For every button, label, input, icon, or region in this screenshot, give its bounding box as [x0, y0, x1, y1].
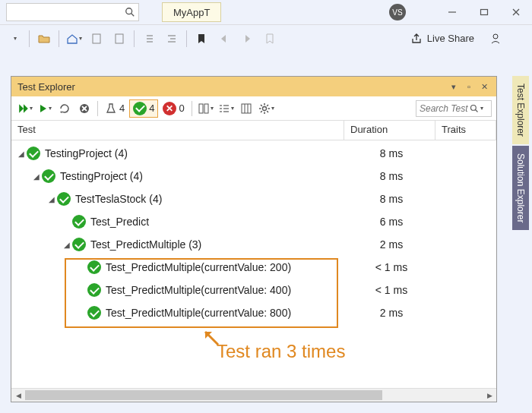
settings-button[interactable]: ▾ — [257, 99, 276, 118]
panel-pin-icon[interactable]: ▫ — [463, 80, 475, 93]
test-duration: 6 ms — [346, 216, 437, 228]
test-row[interactable]: Test_PredictMultiple(currentValue: 800)2… — [11, 301, 496, 324]
test-duration: < 1 ms — [346, 261, 437, 273]
test-row[interactable]: Test_PredictMultiple(currentValue: 400)<… — [11, 279, 496, 301]
share-icon — [410, 33, 423, 45]
svg-point-38 — [471, 105, 477, 110]
header-duration[interactable]: Duration — [344, 121, 435, 140]
svg-line-36 — [267, 105, 268, 106]
cancel-button[interactable] — [75, 99, 93, 118]
columns-button[interactable] — [237, 99, 255, 118]
test-explorer-panel: Test Explorer ▾ ▫ ✕ ▾ ▾ 4 4 ✕ 0 ▾ ▾ ▾ — [11, 76, 497, 402]
close-button[interactable] — [500, 2, 532, 23]
maximize-button[interactable] — [468, 2, 500, 23]
test-tree[interactable]: ◢TestingProject (4)8 ms◢TestingProject (… — [11, 140, 496, 388]
side-tabs: Test Explorer Solution Explorer — [512, 76, 532, 232]
test-name: TestingProject (4) — [42, 169, 346, 183]
fail-icon: ✕ — [163, 102, 176, 115]
expand-arrow-icon[interactable]: ◢ — [46, 195, 57, 203]
person-icon[interactable] — [482, 29, 509, 49]
separator — [97, 101, 98, 116]
svg-rect-7 — [116, 34, 123, 43]
indent-icon[interactable] — [162, 29, 182, 49]
expand-arrow-icon[interactable]: ◢ — [16, 150, 27, 158]
annotation-arrow-icon — [201, 328, 224, 351]
search-icon — [125, 7, 135, 17]
pass-icon — [87, 260, 101, 274]
svg-rect-3 — [481, 10, 488, 15]
test-row[interactable]: ◢Test_PredictMultiple (3)2 ms — [11, 233, 496, 256]
run-all-button[interactable]: ▾ — [16, 99, 34, 118]
pass-icon — [72, 215, 86, 229]
doc2-icon[interactable] — [109, 29, 129, 49]
chevron-down-icon: ▾ — [480, 105, 483, 112]
test-duration: 8 ms — [346, 147, 437, 159]
test-duration: 8 ms — [346, 170, 437, 182]
expand-arrow-icon[interactable]: ◢ — [31, 172, 42, 181]
test-duration: 2 ms — [346, 307, 437, 319]
svg-point-0 — [126, 8, 132, 14]
test-row[interactable]: ◢TestingProject (4)8 ms — [11, 165, 496, 188]
failed-tests-count[interactable]: ✕ 0 — [160, 99, 187, 118]
svg-rect-26 — [242, 104, 251, 113]
test-row[interactable]: ◢TestTeslaStock (4)8 ms — [11, 188, 496, 210]
separator — [186, 30, 187, 47]
run-button[interactable]: ▾ — [36, 99, 54, 118]
pass-icon — [133, 102, 147, 115]
test-row[interactable]: ◢TestingProject (4)8 ms — [11, 142, 496, 165]
title-bar: MyAppT VS — [0, 0, 532, 24]
separator — [29, 30, 30, 47]
svg-line-1 — [131, 14, 135, 17]
outdent-icon[interactable] — [139, 29, 159, 49]
expand-arrow-icon[interactable]: ◢ — [62, 241, 72, 249]
test-row[interactable]: Test_Predict6 ms — [11, 210, 496, 233]
test-name: Test_Predict — [72, 215, 346, 229]
avatar[interactable]: VS — [389, 4, 406, 20]
svg-line-34 — [261, 105, 262, 106]
bookmark-add-icon[interactable] — [260, 29, 280, 49]
panel-title: Test Explorer — [17, 81, 75, 93]
open-folder-icon[interactable] — [34, 29, 54, 49]
global-search-input[interactable] — [6, 3, 139, 21]
annotation-text: Test ran 3 times — [217, 341, 345, 362]
scroll-thumb[interactable] — [25, 390, 382, 400]
svg-point-29 — [262, 106, 266, 110]
minimize-button[interactable] — [436, 2, 468, 23]
side-tab-test-explorer[interactable]: Test Explorer — [512, 76, 529, 144]
scroll-right-icon[interactable]: ▶ — [483, 389, 496, 402]
live-share-label: Live Share — [427, 33, 474, 44]
view-button[interactable]: ▾ — [196, 99, 215, 118]
test-name: Test_PredictMultiple(currentValue: 400) — [87, 283, 346, 297]
search-test-field[interactable] — [420, 103, 470, 114]
group-button[interactable]: ▾ — [217, 99, 236, 118]
test-name: Test_PredictMultiple(currentValue: 200) — [87, 260, 346, 274]
repeat-button[interactable] — [55, 99, 74, 118]
nav-dropdown-icon[interactable]: ▾ — [5, 29, 24, 49]
header-test[interactable]: Test — [11, 121, 344, 140]
side-tab-solution-explorer[interactable]: Solution Explorer — [512, 146, 529, 230]
scroll-left-icon[interactable]: ◀ — [11, 389, 25, 402]
bookmark-icon[interactable] — [192, 29, 211, 49]
svg-line-35 — [267, 111, 268, 112]
test-duration: < 1 ms — [346, 284, 437, 296]
doc-icon[interactable] — [87, 29, 106, 49]
pass-icon — [42, 169, 55, 183]
scroll-track[interactable] — [25, 389, 483, 402]
total-tests-count[interactable]: 4 — [102, 99, 128, 118]
passed-tests-count[interactable]: 4 — [129, 99, 158, 118]
flask-icon — [105, 102, 117, 115]
pass-icon — [87, 306, 101, 320]
live-share-button[interactable]: Live Share — [406, 33, 479, 45]
search-test-input[interactable]: ▾ — [416, 100, 492, 117]
prev-icon[interactable] — [214, 29, 234, 49]
home-icon[interactable]: ▾ — [64, 29, 84, 49]
panel-close-icon[interactable]: ✕ — [478, 80, 490, 93]
test-row[interactable]: Test_PredictMultiple(currentValue: 200)<… — [11, 256, 496, 279]
test-name: TestingProject (4) — [27, 147, 346, 160]
test-name: TestTeslaStock (4) — [57, 192, 346, 206]
horizontal-scrollbar[interactable]: ◀ ▶ — [11, 388, 496, 402]
panel-dropdown-icon[interactable]: ▾ — [448, 80, 460, 93]
header-traits[interactable]: Traits — [435, 121, 496, 140]
next-icon[interactable] — [237, 29, 257, 49]
tab-myappt[interactable]: MyAppT — [162, 2, 221, 22]
